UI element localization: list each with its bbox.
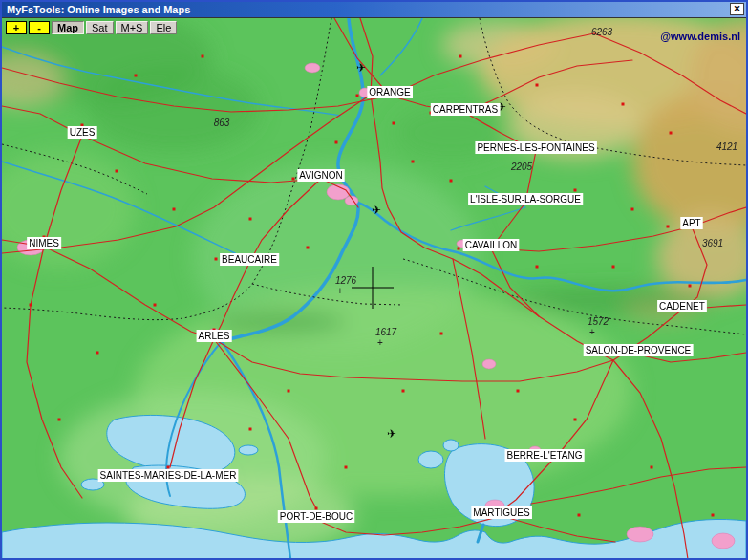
- town-dot: [249, 218, 252, 221]
- town-dot: [345, 466, 348, 469]
- elevation-label: 6263: [591, 27, 613, 37]
- town-dot: [689, 285, 692, 288]
- app-window: MyFsTools: Online Images and Maps ✕ + - …: [0, 0, 748, 560]
- city-label: AVIGNON: [299, 170, 342, 181]
- elevation-label: 4121: [716, 141, 737, 152]
- town-dot: [249, 428, 252, 431]
- town-dot: [356, 95, 359, 97]
- town-dot: [402, 390, 405, 393]
- town-dot: [315, 507, 318, 510]
- layer-button-ele[interactable]: Ele: [150, 21, 177, 34]
- airport-icon: ✈: [356, 61, 366, 75]
- town-dot: [393, 122, 395, 125]
- zoom-out-button[interactable]: -: [29, 21, 50, 34]
- town-dot: [167, 466, 170, 469]
- city-label: BEAUCAIRE: [222, 254, 277, 265]
- close-button[interactable]: ✕: [730, 3, 744, 15]
- town-dot: [450, 180, 453, 183]
- city-label: SALON-DE-PROVENCE: [586, 345, 692, 355]
- city-label: NIMES: [29, 238, 59, 248]
- town-dot: [173, 208, 176, 211]
- title-bar[interactable]: MyFsTools: Online Images and Maps ✕: [2, 2, 746, 17]
- town-dot: [154, 304, 157, 307]
- town-dot: [440, 333, 443, 335]
- city-label: PERNES-LES-FONTAINES: [477, 142, 594, 153]
- city-label: CARPENTRAS: [433, 104, 499, 115]
- town-dot: [307, 247, 310, 249]
- zoom-in-button[interactable]: +: [6, 21, 27, 34]
- town-dot: [412, 161, 415, 163]
- town-dot: [574, 419, 577, 421]
- town-dot: [612, 266, 615, 269]
- town-dot: [135, 75, 138, 77]
- elevation-label: 1572: [588, 316, 609, 327]
- town-dot: [651, 466, 653, 469]
- city-label: L'ISLE-SUR-LA-SORGUE: [470, 194, 581, 205]
- town-dot: [517, 390, 520, 393]
- town-dot: [292, 178, 295, 181]
- town-dot: [536, 266, 539, 269]
- map-canvas[interactable]: + - MapSatM+SEle @www.demis.nl: [2, 17, 746, 559]
- city-label: ARLES: [199, 331, 230, 341]
- town-dot: [58, 419, 61, 421]
- town-dot: [202, 55, 204, 58]
- layer-buttons: MapSatM+SEle: [52, 21, 177, 34]
- town-dot: [536, 84, 539, 87]
- town-dot: [96, 352, 99, 355]
- town-dot: [335, 141, 338, 144]
- airport-icon: ✈: [387, 427, 396, 441]
- spot-height-icon: +: [337, 286, 343, 296]
- town-dot: [622, 103, 625, 106]
- small-lagoon: [239, 445, 258, 455]
- spot-height-icon: +: [377, 337, 383, 348]
- airport-icon: ✈: [372, 204, 381, 217]
- city-label: SAINTES-MARIES-DE-LA-MER: [100, 470, 237, 481]
- city-label: CADENET: [659, 301, 705, 312]
- town-dot: [116, 170, 118, 173]
- elevation-label: 1276: [335, 275, 357, 286]
- window-title: MyFsTools: Online Images and Maps: [7, 4, 190, 15]
- map-toolbar: + - MapSatM+SEle: [6, 21, 177, 34]
- elevation-label: 1617: [375, 327, 397, 337]
- town-dot: [667, 226, 670, 228]
- town-dot: [578, 514, 581, 517]
- town-dot: [215, 258, 218, 261]
- town-dot: [459, 55, 462, 58]
- map-svg: ✈✈✈✈ 62638634121220536911276+1617+1572+ …: [2, 18, 746, 559]
- spot-height-icon: +: [589, 327, 595, 337]
- city-label: PORT-DE-BOUC: [280, 511, 353, 522]
- small-lake: [418, 451, 443, 468]
- elevation-label: 863: [214, 118, 230, 128]
- town-dot: [574, 189, 577, 192]
- town-dot: [631, 208, 634, 211]
- city-label: CAVAILLON: [465, 240, 518, 250]
- map-attribution: @www.demis.nl: [660, 31, 740, 42]
- city-label: ORANGE: [369, 87, 411, 97]
- layer-button-m-s[interactable]: M+S: [116, 21, 149, 34]
- town-dot: [30, 304, 32, 307]
- elevation-label: 3691: [702, 238, 723, 248]
- town-dot: [670, 132, 673, 135]
- town-dot: [288, 390, 290, 393]
- city-label: MARTIGUES: [473, 507, 530, 518]
- small-lake: [443, 440, 459, 451]
- town-dot: [712, 514, 715, 517]
- city-label: APT: [682, 218, 700, 228]
- town-dot: [458, 248, 460, 250]
- city-label: BERRE-L'ETANG: [507, 450, 583, 461]
- elevation-label: 2205: [510, 162, 533, 172]
- city-label: UZES: [70, 127, 96, 138]
- layer-button-sat[interactable]: Sat: [86, 21, 114, 34]
- layer-button-map[interactable]: Map: [52, 21, 84, 34]
